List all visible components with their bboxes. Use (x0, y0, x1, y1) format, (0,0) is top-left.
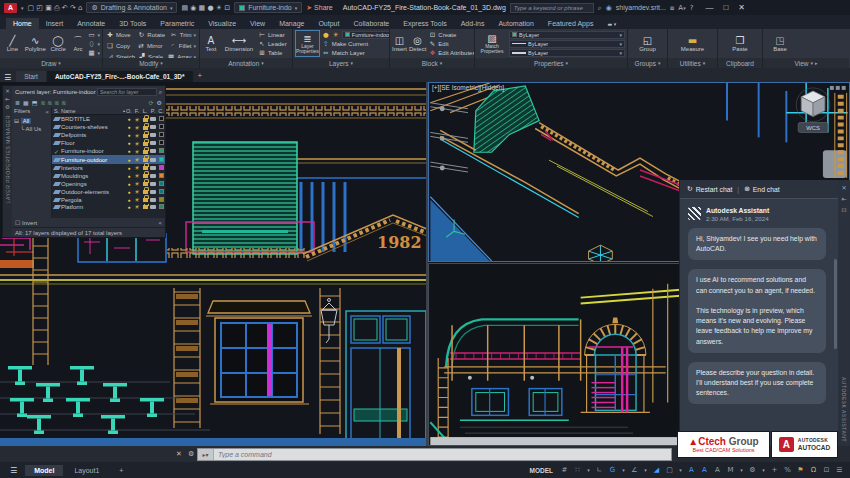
lineweight-dropdown[interactable]: ByLayer▾ (509, 49, 625, 57)
tab-featured-apps[interactable]: Featured Apps (541, 18, 601, 29)
panel-label-properties[interactable]: Properties▾ (475, 58, 627, 68)
layer-states-icons[interactable]: ≋ ≋ ≋ ≋ (40, 99, 66, 106)
invert-filter-checkbox[interactable]: ☐ Invert (15, 219, 37, 226)
draw-mini-tools[interactable]: ▭▾ ⬯▾ ▦▾ (87, 30, 100, 57)
paste-tool[interactable]: ❐Paste (729, 30, 751, 57)
chat-close-icon[interactable]: ✕ (841, 184, 846, 191)
layer-row[interactable]: Pergola (52, 196, 165, 204)
tab-parametric[interactable]: Parametric (153, 18, 201, 29)
window-maximize-button[interactable]: □ (723, 3, 728, 12)
viewport-border-bottom[interactable] (0, 438, 427, 446)
isodraft-dropdown[interactable]: ▾ (643, 467, 648, 473)
annotation-visibility-toggle[interactable]: A (687, 466, 696, 474)
panel-label-view[interactable]: View▾▸ (763, 58, 849, 68)
polar-dropdown[interactable]: ▾ (621, 467, 626, 473)
search-icon[interactable]: ⌕ (159, 88, 162, 96)
layer-dropdown[interactable]: Furniture-indoor▾ (342, 31, 389, 39)
viewport-corner-icons[interactable] (830, 86, 846, 90)
new-layer-icon[interactable]: ≣ (15, 99, 20, 106)
insert-block-tool[interactable]: ◫Insert (392, 30, 407, 57)
circle-tool[interactable]: ◯Circle (48, 30, 69, 57)
line-tool[interactable]: ╱Line (2, 30, 23, 57)
scale-dropdown[interactable]: ▾ (739, 467, 744, 473)
base-view-tool[interactable]: ◳Base (769, 30, 791, 57)
panel-label-modify[interactable]: Modify▾ (103, 58, 199, 68)
layer-row[interactable]: Platform (52, 204, 165, 209)
clean-screen-icon[interactable]: ⊡ (822, 466, 831, 474)
recent-commands-icon[interactable]: ▸▾ (198, 449, 214, 460)
tab-collaborate[interactable]: Collaborate (346, 18, 396, 29)
autodesk-app-icon[interactable]: A▾ (678, 4, 685, 12)
polyline-tool[interactable]: ∿Polyline (25, 30, 46, 57)
collapse-filters-icon[interactable]: « (45, 108, 49, 115)
panel-label-utilities[interactable]: Utilities▾ (668, 58, 717, 68)
group-tool[interactable]: ◱Group (637, 30, 659, 57)
new-drawing-tab-button[interactable]: + (194, 69, 207, 82)
layout1-tab[interactable]: Layout1 (65, 465, 108, 476)
chat-scrollbar[interactable] (834, 259, 837, 349)
help-icon[interactable]: ? (690, 4, 694, 12)
wcs-label[interactable]: WCS (806, 125, 820, 131)
viewport-label[interactable]: [+][SE Isometric][Hidden] (432, 84, 504, 91)
layer-search-input[interactable] (97, 88, 157, 96)
settings-icon[interactable]: ⚙ (157, 99, 162, 106)
trim-tool[interactable]: ✂Trim▾ (170, 30, 196, 39)
tab-automation[interactable]: Automation (491, 18, 540, 29)
layer-row[interactable]: Floor (52, 139, 165, 147)
annotation-monitor-toggle[interactable]: + (770, 466, 779, 474)
end-chat-button[interactable]: ⊗ End chat (744, 185, 780, 193)
customization-menu-icon[interactable]: ☰ (835, 466, 844, 474)
tab-insert[interactable]: Insert (39, 18, 71, 29)
workspace-switcher[interactable]: ⚙ Drafting & Annotation ▾ (86, 2, 177, 13)
panel-label-clipboard[interactable]: Clipboard (718, 58, 762, 68)
chat-dock-icon[interactable]: ⊡ (841, 206, 846, 213)
chat-pin-icon[interactable]: ⇤ (841, 195, 846, 202)
scale-value[interactable]: M (726, 466, 735, 474)
start-tab[interactable]: Start (16, 71, 46, 82)
panel-label-groups[interactable]: Groups▾ (628, 58, 667, 68)
tab-visualize[interactable]: Visualize (201, 18, 243, 29)
workspace-gear-icon[interactable]: ⚙ (748, 466, 757, 474)
palette-pin-icon[interactable]: ⇤ (5, 96, 10, 102)
tab-3d-tools[interactable]: 3D Tools (112, 18, 153, 29)
rotate-tool[interactable]: ↻Rotate (137, 30, 166, 39)
dynamic-input-toggle[interactable]: ▢ (665, 466, 674, 474)
detect-tool[interactable]: ◎Detect (409, 30, 426, 57)
palette-toolbar[interactable]: ≣ ▦ ⬒ ≋ ≋ ≋ ≋ ⟳ ⚙ (12, 97, 165, 107)
match-layer-button[interactable]: ⇔Match Layer (322, 48, 389, 57)
titlebar-layer-combo[interactable]: Furniture-indo ▾ (234, 2, 302, 13)
autoscale-toggle[interactable]: A (700, 466, 709, 474)
ribbon-options-box[interactable]: ▬ ▾ (600, 19, 623, 29)
app-logo[interactable]: A (4, 3, 17, 13)
tab-view[interactable]: View (243, 18, 272, 29)
mirror-tool[interactable]: ⇄Mirror (137, 41, 166, 50)
panel-label-draw[interactable]: Draw▾ (0, 58, 102, 68)
text-tool[interactable]: AText (202, 30, 220, 57)
isodraft-toggle[interactable]: ∠ (630, 466, 639, 474)
new-layout-button[interactable]: + (110, 465, 132, 476)
new-layer-frozen-icon[interactable]: ▦ (23, 99, 29, 106)
window-minimize-button[interactable]: — (705, 3, 713, 12)
match-properties-button[interactable]: ▨ Match Properties (477, 30, 507, 57)
layer-state-icons-and-combo[interactable]: ● ☀ Furniture-indoor▾ (322, 30, 389, 39)
ortho-toggle[interactable]: ∟ (595, 466, 604, 474)
lock-ui-icon[interactable]: Ω (809, 466, 818, 474)
polar-tracking-toggle[interactable]: G (608, 466, 617, 474)
measure-tool[interactable]: ▬Measure (678, 30, 708, 57)
file-tab-menu-icon[interactable]: ☰ (4, 73, 11, 82)
snap-toggle[interactable]: ∷ (573, 466, 582, 474)
palette-props-icon[interactable]: ⚙ (5, 104, 10, 110)
move-tool[interactable]: ✚Move (106, 30, 134, 39)
layout-menu-icon[interactable]: ☰ (10, 466, 17, 475)
copy-tool[interactable]: ❏Copy (106, 41, 134, 50)
arc-tool[interactable]: ⌒Arc (70, 30, 85, 57)
quick-properties-icon[interactable]: ⚑ (796, 466, 805, 474)
block-mini-tools[interactable]: ⊡Create ✎Edit ❖Edit Attributes▾ (428, 30, 474, 57)
collapse-icon[interactable]: « (158, 219, 162, 226)
grid-toggle[interactable]: # (560, 466, 569, 474)
search-icon[interactable]: ⌕ (598, 4, 602, 12)
osnap-toggle[interactable]: ◢ (652, 466, 661, 474)
tab-add-ins[interactable]: Add-ins (454, 18, 492, 29)
tab-annotate[interactable]: Annotate (70, 18, 112, 29)
dimension-tool[interactable]: ⟷Dimension (222, 30, 256, 57)
